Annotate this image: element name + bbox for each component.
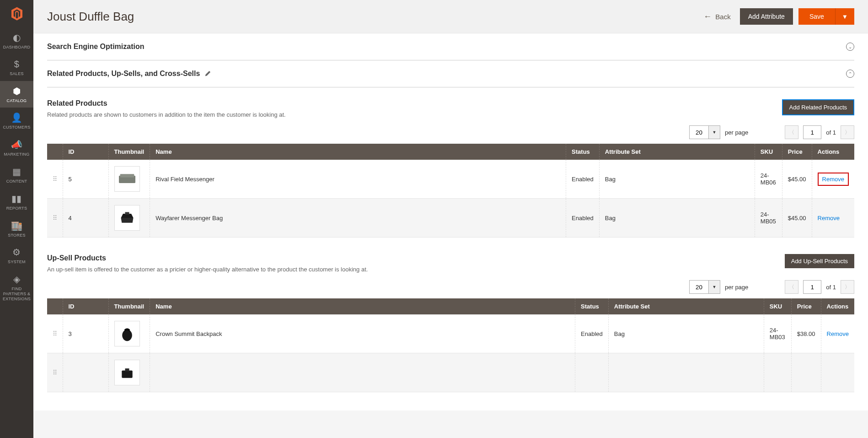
sidebar-item-catalog[interactable]: ⬢CATALOG [0, 81, 33, 108]
section-related[interactable]: Related Products, Up-Sells, and Cross-Se… [47, 60, 854, 87]
related-page-size-select[interactable]: ▼ [689, 125, 720, 139]
col-name[interactable]: Name [150, 144, 566, 160]
sidebar-item-marketing[interactable]: 📣MARKETING [0, 135, 33, 162]
bars-icon: ▮▮ [11, 193, 22, 204]
magento-logo[interactable] [0, 0, 33, 27]
add-upsell-products-button[interactable]: Add Up-Sell Products [785, 254, 854, 268]
product-thumbnail[interactable] [114, 321, 140, 346]
cell-sku: 24-MB06 [755, 160, 782, 199]
gear-icon: ⚙ [12, 247, 21, 258]
related-prev-page[interactable]: 〈 [785, 125, 798, 139]
save-dropdown-button[interactable]: ▼ [835, 8, 854, 25]
cell-id [63, 353, 108, 392]
section-seo[interactable]: Search Engine Optimization ⌄ [47, 33, 854, 60]
expand-icon[interactable]: ⌃ [846, 70, 854, 78]
cell-status: Enabled [575, 314, 609, 353]
related-page-of: of 1 [826, 129, 836, 136]
sidebar-item-reports[interactable]: ▮▮REPORTS [0, 189, 33, 216]
sidebar-item-partners[interactable]: ◈FIND PARTNERS & EXTENSIONS [0, 269, 33, 306]
col-attrset[interactable]: Attribute Set [599, 144, 755, 160]
cell-sku [764, 353, 791, 392]
section-related-title: Related Products, Up-Sells, and Cross-Se… [47, 70, 200, 78]
cell-name: Crown Summit Backpack [150, 314, 575, 353]
col-name[interactable]: Name [150, 298, 575, 314]
col-sku[interactable]: SKU [755, 144, 782, 160]
cell-price: $45.00 [782, 160, 812, 199]
cell-name: Wayfarer Messenger Bag [150, 199, 566, 238]
drag-handle-icon[interactable]: ⠿ [53, 175, 57, 183]
related-page-size-input[interactable] [689, 125, 708, 139]
upsell-next-page[interactable]: 〉 [841, 280, 854, 294]
upsell-page-size-select[interactable]: ▼ [689, 280, 720, 294]
cell-attrset: Bag [599, 160, 755, 199]
per-page-label: per page [725, 129, 748, 136]
col-id[interactable]: ID [63, 298, 108, 314]
related-products-subsection: Related Products Related products are sh… [47, 87, 854, 242]
col-price[interactable]: Price [782, 144, 812, 160]
sidebar-item-system[interactable]: ⚙SYSTEM [0, 242, 33, 269]
col-status[interactable]: Status [566, 144, 600, 160]
save-button-group: Save ▼ [798, 8, 854, 25]
admin-sidebar: ◐DASHBOARD $SALES ⬢CATALOG 👤CUSTOMERS 📣M… [0, 0, 33, 411]
per-page-label: per page [725, 284, 748, 291]
collapse-icon[interactable]: ⌄ [846, 43, 854, 51]
product-thumbnail[interactable] [114, 166, 140, 192]
megaphone-icon: 📣 [11, 139, 22, 150]
sidebar-item-sales[interactable]: $SALES [0, 54, 33, 81]
cell-attrset [608, 353, 764, 392]
related-pager: ▼ per page 〈 of 1 〉 [47, 125, 854, 139]
upsell-products-subsection: Up-Sell Products An up-sell item is offe… [47, 242, 854, 397]
drag-handle-icon[interactable]: ⠿ [53, 330, 57, 337]
page-header: Joust Duffle Bag ←Back Add Attribute Sav… [33, 0, 868, 33]
partners-icon: ◈ [13, 274, 20, 285]
save-button[interactable]: Save [798, 8, 835, 25]
remove-link[interactable]: Remove [818, 173, 849, 186]
upsell-page-size-input[interactable] [689, 280, 708, 294]
caret-down-icon[interactable]: ▼ [708, 280, 720, 294]
cell-price [791, 353, 821, 392]
cell-price: $38.00 [791, 314, 821, 353]
col-price[interactable]: Price [791, 298, 821, 314]
store-icon: 🏬 [11, 220, 22, 231]
add-related-products-button[interactable]: Add Related Products [782, 99, 854, 115]
col-actions[interactable]: Actions [812, 144, 854, 160]
table-row: ⠿ 4 Wayfarer Messenger Bag Enabled Bag 2… [47, 199, 854, 238]
col-thumbnail[interactable]: Thumbnail [108, 298, 150, 314]
cell-status [575, 353, 609, 392]
col-id[interactable]: ID [63, 144, 108, 160]
product-thumbnail[interactable] [114, 360, 140, 385]
sidebar-item-dashboard[interactable]: ◐DASHBOARD [0, 27, 33, 54]
upsell-products-title: Up-Sell Products [47, 254, 368, 262]
drag-handle-icon[interactable]: ⠿ [53, 214, 57, 222]
upsell-page-input[interactable] [803, 280, 821, 294]
product-thumbnail[interactable] [114, 205, 140, 231]
col-thumbnail[interactable]: Thumbnail [108, 144, 150, 160]
caret-down-icon[interactable]: ▼ [708, 125, 720, 139]
related-page-input[interactable] [803, 125, 821, 139]
pencil-icon [204, 70, 211, 77]
header-actions: ←Back Add Attribute Save ▼ [700, 8, 854, 25]
svg-point-3 [122, 330, 132, 341]
cell-id: 4 [63, 199, 108, 238]
col-drag [47, 298, 63, 314]
cube-icon: ⬢ [13, 86, 21, 97]
sidebar-item-content[interactable]: ▦CONTENT [0, 162, 33, 189]
remove-link[interactable]: Remove [827, 330, 849, 337]
back-button[interactable]: ←Back [700, 9, 734, 24]
col-sku[interactable]: SKU [764, 298, 791, 314]
upsell-pager: ▼ per page 〈 of 1 〉 [47, 280, 854, 294]
remove-link[interactable]: Remove [818, 215, 840, 222]
cell-sku: 24-MB03 [764, 314, 791, 353]
upsell-prev-page[interactable]: 〈 [785, 280, 798, 294]
col-actions[interactable]: Actions [821, 298, 854, 314]
drag-handle-icon[interactable]: ⠿ [53, 369, 57, 376]
add-attribute-button[interactable]: Add Attribute [740, 8, 793, 25]
cell-attrset: Bag [608, 314, 764, 353]
svg-rect-4 [122, 371, 132, 378]
related-next-page[interactable]: 〉 [841, 125, 854, 139]
col-attrset[interactable]: Attribute Set [608, 298, 764, 314]
sidebar-item-customers[interactable]: 👤CUSTOMERS [0, 108, 33, 135]
col-status[interactable]: Status [575, 298, 609, 314]
sidebar-item-stores[interactable]: 🏬STORES [0, 216, 33, 243]
cell-attrset: Bag [599, 199, 755, 238]
